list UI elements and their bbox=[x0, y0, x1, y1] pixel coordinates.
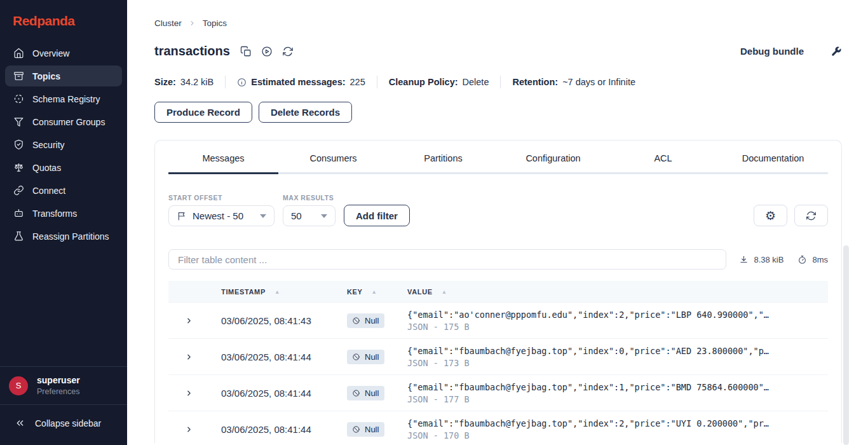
sidebar-item-topics[interactable]: Topics bbox=[5, 65, 122, 86]
sidebar-item-schema-registry[interactable]: Schema Registry bbox=[5, 88, 122, 109]
value-json: {"email":"ao'conner@pppomfu.edu","index"… bbox=[407, 310, 828, 320]
null-icon bbox=[352, 425, 360, 434]
sidebar-item-overview[interactable]: Overview bbox=[5, 43, 122, 64]
reassign-partitions-icon bbox=[13, 231, 24, 242]
quotas-icon bbox=[13, 162, 24, 173]
timestamp-cell: 03/06/2025, 08:41:44 bbox=[221, 388, 347, 399]
main-content: Cluster Topics transactions Debug bund bbox=[127, 0, 868, 445]
tab-acl[interactable]: ACL bbox=[608, 151, 718, 174]
sidebar-item-security[interactable]: Security bbox=[5, 134, 122, 155]
sidebar: Redpanda Overview Topics Schema Registry… bbox=[0, 0, 127, 445]
sidebar-item-label: Consumer Groups bbox=[32, 117, 105, 127]
copy-icon[interactable] bbox=[240, 46, 252, 57]
value-cell: {"email":"fbaumbach@fyejbag.top","index"… bbox=[407, 382, 828, 404]
sort-icon: ▲ bbox=[275, 289, 280, 295]
sidebar-item-quotas[interactable]: Quotas bbox=[5, 157, 122, 178]
sidebar-item-label: Schema Registry bbox=[32, 94, 100, 104]
preferences-link[interactable]: Preferences bbox=[37, 387, 80, 396]
collapse-sidebar-label: Collapse sidebar bbox=[35, 418, 101, 428]
consumer-groups-icon bbox=[13, 116, 24, 127]
breadcrumb: Cluster Topics bbox=[154, 18, 842, 28]
stat-retention: Retention: ~7 days or Infinite bbox=[500, 76, 647, 88]
debug-bundle-button[interactable]: Debug bundle bbox=[740, 46, 804, 57]
tab-documentation[interactable]: Documentation bbox=[718, 151, 828, 174]
download-icon[interactable] bbox=[739, 255, 749, 264]
value-json: {"email":"fbaumbach@fyejbag.top","index"… bbox=[407, 382, 828, 392]
null-badge: Null bbox=[347, 313, 384, 328]
timestamp-cell: 03/06/2025, 08:41:43 bbox=[221, 315, 347, 326]
breadcrumb-cluster[interactable]: Cluster bbox=[154, 18, 182, 28]
timestamp-cell: 03/06/2025, 08:41:44 bbox=[221, 352, 347, 362]
refresh-icon[interactable] bbox=[282, 46, 294, 57]
sidebar-item-connect[interactable]: Connect bbox=[5, 180, 122, 201]
col-header-value[interactable]: VALUE ▲ bbox=[407, 288, 828, 296]
key-cell: Null bbox=[347, 386, 407, 400]
security-icon bbox=[13, 139, 24, 150]
wrench-icon[interactable] bbox=[831, 46, 842, 57]
table-row: 03/06/2025, 08:41:44 Null {"email":"fbau… bbox=[168, 338, 828, 374]
tab-consumers[interactable]: Consumers bbox=[278, 151, 388, 174]
sidebar-nav: Overview Topics Schema Registry Consumer… bbox=[0, 39, 127, 250]
chevron-down-icon bbox=[321, 214, 327, 218]
info-icon bbox=[237, 78, 247, 87]
expand-row-button[interactable] bbox=[168, 389, 221, 397]
stopwatch-icon bbox=[797, 255, 807, 264]
sidebar-item-label: Security bbox=[32, 140, 65, 150]
connect-icon bbox=[13, 185, 24, 196]
sidebar-item-reassign-partitions[interactable]: Reassign Partitions bbox=[5, 226, 122, 247]
null-badge: Null bbox=[347, 350, 384, 364]
start-offset-label: START OFFSET bbox=[168, 194, 283, 202]
schema-registry-icon bbox=[13, 93, 24, 104]
vertical-scrollbar[interactable] bbox=[843, 245, 849, 445]
expand-row-button[interactable] bbox=[168, 353, 221, 361]
sidebar-item-consumer-groups[interactable]: Consumer Groups bbox=[5, 111, 122, 132]
topic-panel: Messages Consumers Partitions Configurat… bbox=[154, 140, 842, 443]
key-cell: Null bbox=[347, 422, 407, 437]
tab-configuration[interactable]: Configuration bbox=[498, 151, 608, 174]
chevron-right-icon bbox=[189, 20, 196, 27]
filter-table-input[interactable] bbox=[168, 249, 726, 270]
topic-stats: Size: 34.2 kiB Estimated messages: 225 C… bbox=[154, 76, 842, 88]
settings-button[interactable]: ⚙ bbox=[754, 205, 787, 226]
add-filter-button[interactable]: Add filter bbox=[344, 205, 410, 226]
value-meta: JSON - 177 B bbox=[407, 394, 828, 404]
stat-estimated-messages: Estimated messages: 225 bbox=[225, 76, 377, 88]
reload-messages-button[interactable] bbox=[794, 205, 828, 226]
expand-row-button[interactable] bbox=[168, 425, 221, 434]
sidebar-item-label: Topics bbox=[32, 71, 60, 81]
start-offset-select[interactable]: Newest - 50 bbox=[168, 205, 275, 226]
collapse-sidebar-button[interactable]: Collapse sidebar bbox=[0, 404, 127, 445]
tab-messages[interactable]: Messages bbox=[168, 151, 278, 174]
topic-tabs: Messages Consumers Partitions Configurat… bbox=[155, 140, 841, 174]
sidebar-item-label: Overview bbox=[32, 48, 69, 58]
value-json: {"email":"fbaumbach@fyejbag.top","index"… bbox=[407, 346, 828, 356]
delete-records-button[interactable]: Delete Records bbox=[259, 102, 352, 123]
expand-row-button[interactable] bbox=[168, 317, 221, 325]
home-icon bbox=[13, 48, 24, 58]
avatar: S bbox=[9, 376, 28, 395]
max-results-select[interactable]: 50 bbox=[283, 205, 336, 226]
page-title: transactions bbox=[154, 44, 230, 58]
user-profile[interactable]: S superuser Preferences bbox=[0, 366, 127, 404]
col-header-timestamp[interactable]: TIMESTAMP ▲ bbox=[221, 288, 347, 296]
sidebar-item-label: Connect bbox=[32, 186, 65, 196]
payload-size: 8.38 kiB bbox=[754, 255, 783, 264]
max-results-value: 50 bbox=[291, 210, 302, 221]
sidebar-item-label: Quotas bbox=[32, 163, 61, 173]
table-row: 03/06/2025, 08:41:44 Null {"email":"fbau… bbox=[168, 411, 828, 443]
produce-record-button[interactable]: Produce Record bbox=[154, 102, 252, 123]
sidebar-item-transforms[interactable]: Transforms bbox=[5, 203, 122, 224]
null-icon bbox=[352, 389, 360, 397]
gear-icon: ⚙ bbox=[765, 210, 776, 222]
elapsed-time: 8ms bbox=[812, 255, 828, 264]
reload-icon bbox=[806, 210, 817, 221]
tab-partitions[interactable]: Partitions bbox=[388, 151, 498, 174]
payload-meta: 8.38 kiB 8ms bbox=[739, 255, 828, 264]
breadcrumb-topics[interactable]: Topics bbox=[203, 18, 227, 28]
play-circle-icon[interactable] bbox=[261, 46, 273, 57]
null-badge: Null bbox=[347, 386, 384, 400]
table-row: 03/06/2025, 08:41:43 Null {"email":"ao'c… bbox=[168, 302, 828, 338]
key-cell: Null bbox=[347, 313, 407, 328]
col-header-key[interactable]: KEY ▲ bbox=[347, 288, 407, 296]
double-chevron-left-icon bbox=[15, 418, 25, 428]
